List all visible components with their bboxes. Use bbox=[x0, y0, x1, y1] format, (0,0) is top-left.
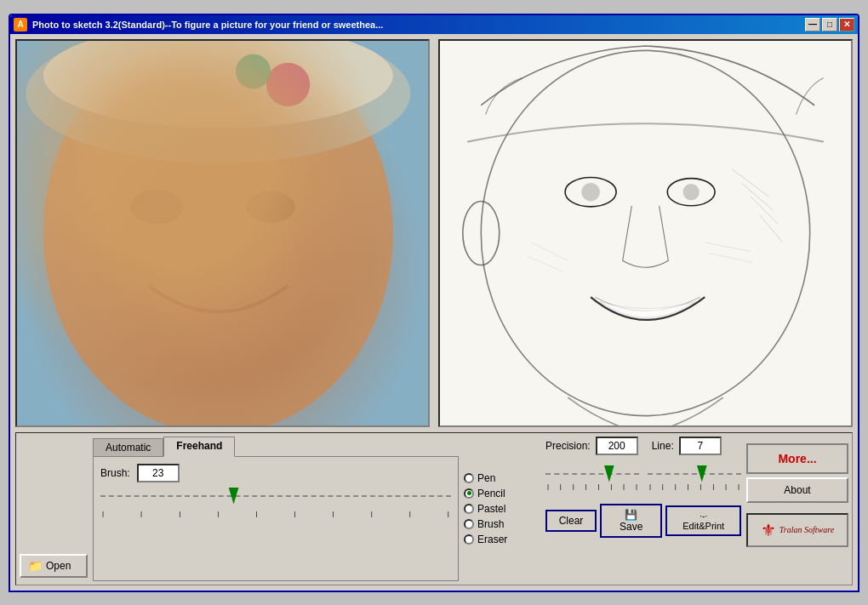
brush-row: Brush: bbox=[100, 464, 451, 482]
line-slider-line bbox=[648, 473, 741, 475]
precision-label: Precision: bbox=[545, 440, 591, 452]
pastel-label: Pastel bbox=[477, 503, 505, 515]
tool-options: Pen Pencil Pastel Brush Eraser bbox=[464, 437, 540, 581]
right-buttons: More... About ⚜ Tralan Software bbox=[746, 437, 848, 581]
svg-point-1 bbox=[43, 41, 393, 425]
tool-brush[interactable]: Brush bbox=[464, 518, 540, 530]
clear-button[interactable]: Clear bbox=[545, 510, 597, 532]
brush-slider-track bbox=[100, 488, 451, 505]
editprint-icon: ·-· bbox=[700, 511, 707, 521]
photo-svg bbox=[17, 41, 428, 425]
svg-rect-8 bbox=[440, 41, 851, 425]
sketch-output bbox=[440, 41, 851, 425]
line-group: Line: bbox=[652, 437, 722, 455]
main-window: A Photo to sketch 3.2(Standard)--To figu… bbox=[9, 14, 859, 592]
app-icon: A bbox=[14, 18, 27, 31]
sketch-svg bbox=[440, 41, 851, 425]
svg-rect-0 bbox=[17, 41, 428, 425]
tabs-content: Brush: | | | | | | | bbox=[93, 456, 459, 581]
open-section: 📁 Open bbox=[20, 437, 88, 581]
precision-input[interactable] bbox=[596, 437, 638, 455]
minimize-button[interactable]: — bbox=[805, 18, 820, 31]
pencil-radio[interactable] bbox=[464, 488, 474, 499]
maximize-button[interactable]: □ bbox=[822, 18, 837, 31]
svg-point-7 bbox=[236, 54, 271, 88]
save-icon: 💾 bbox=[625, 509, 637, 521]
logo-icon: ⚜ bbox=[761, 520, 776, 540]
save-label: Save bbox=[620, 521, 642, 533]
tabs-section: Automatic Freehand Brush: bbox=[93, 437, 459, 581]
line-slider-track bbox=[648, 465, 741, 482]
pen-label: Pen bbox=[477, 472, 495, 484]
brush-label-tool: Brush bbox=[477, 518, 504, 530]
line-input[interactable] bbox=[679, 437, 722, 455]
window-title: Photo to sketch 3.2(Standard)--To figure… bbox=[32, 20, 805, 30]
close-button[interactable]: ✕ bbox=[839, 18, 854, 31]
line-label: Line: bbox=[652, 440, 674, 452]
title-bar-buttons: — □ ✕ bbox=[805, 18, 854, 31]
logo-text: Tralan Software bbox=[779, 524, 834, 535]
pencil-label: Pencil bbox=[477, 488, 505, 499]
bottom-panel: 📁 Open Automatic Freehand Brush: bbox=[15, 432, 853, 585]
logo-line1: Tralan Software bbox=[779, 524, 834, 535]
precision-group: Precision: bbox=[545, 437, 638, 455]
tool-pastel[interactable]: Pastel bbox=[464, 503, 540, 515]
prec-line-row: Precision: Line: bbox=[545, 437, 741, 455]
tool-pen[interactable]: Pen bbox=[464, 472, 540, 484]
save-button[interactable]: 💾 Save bbox=[600, 504, 662, 538]
precision-slider-line bbox=[545, 473, 639, 475]
images-row bbox=[15, 39, 853, 427]
original-photo bbox=[17, 41, 428, 425]
svg-point-6 bbox=[266, 62, 310, 106]
more-button[interactable]: More... bbox=[746, 443, 848, 474]
eraser-radio[interactable] bbox=[464, 534, 474, 545]
logo-area: ⚜ Tralan Software bbox=[746, 513, 848, 547]
svg-point-2 bbox=[131, 189, 184, 224]
tool-eraser[interactable]: Eraser bbox=[464, 534, 540, 545]
svg-point-5 bbox=[43, 41, 393, 128]
svg-point-11 bbox=[581, 182, 599, 200]
svg-point-13 bbox=[683, 184, 700, 200]
tool-pencil[interactable]: Pencil bbox=[464, 488, 540, 499]
svg-point-4 bbox=[26, 41, 410, 163]
eraser-label: Eraser bbox=[477, 534, 507, 545]
brush-slider-line bbox=[100, 495, 451, 497]
tabs-header: Automatic Freehand bbox=[93, 437, 459, 457]
tab-freehand[interactable]: Freehand bbox=[163, 437, 235, 457]
precision-slider-track bbox=[545, 465, 639, 482]
folder-icon: 📁 bbox=[28, 559, 43, 573]
brush-input[interactable] bbox=[137, 464, 180, 482]
pen-radio[interactable] bbox=[464, 473, 474, 483]
title-bar: A Photo to sketch 3.2(Standard)--To figu… bbox=[10, 15, 858, 34]
content-area: 📁 Open Automatic Freehand Brush: bbox=[10, 34, 858, 591]
tab-automatic[interactable]: Automatic bbox=[93, 438, 163, 457]
brush-label: Brush: bbox=[100, 467, 130, 479]
sketch-output-panel bbox=[438, 39, 853, 427]
open-button[interactable]: 📁 Open bbox=[20, 554, 88, 578]
edit-print-button[interactable]: ·-· Edit&Print bbox=[665, 505, 741, 536]
svg-point-3 bbox=[246, 191, 295, 222]
pastel-radio[interactable] bbox=[464, 504, 474, 514]
open-label: Open bbox=[46, 560, 71, 572]
precision-section: Precision: Line: bbox=[545, 437, 741, 581]
original-photo-panel bbox=[15, 39, 430, 427]
brush-radio[interactable] bbox=[464, 519, 474, 529]
about-button[interactable]: About bbox=[746, 477, 848, 503]
edit-print-label: Edit&Print bbox=[682, 521, 724, 531]
